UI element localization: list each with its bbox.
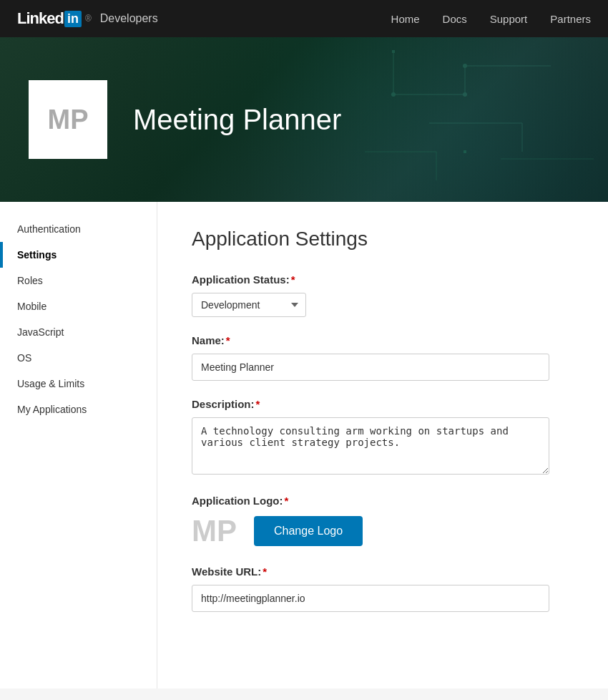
sidebar-item-os[interactable]: OS [0, 345, 157, 371]
hero-decoration [322, 37, 608, 202]
description-group: Description:* A technology consulting ar… [192, 398, 574, 477]
svg-point-8 [463, 64, 467, 68]
website-url-required-star: * [263, 565, 267, 578]
status-group: Application Status:* Development Live Ca… [192, 273, 574, 317]
linkedin-in-badge: in [64, 11, 82, 27]
logo-section: MP Change Logo [192, 514, 574, 548]
logo-group: Application Logo:* MP Change Logo [192, 495, 574, 548]
navbar: Linked in ® Developers Home Docs Support… [0, 0, 608, 37]
nav-support[interactable]: Support [490, 13, 528, 25]
sidebar-item-roles[interactable]: Roles [0, 268, 157, 293]
svg-rect-12 [392, 50, 395, 53]
sidebar-item-my-applications[interactable]: My Applications [0, 397, 157, 422]
logo-label: Application Logo:* [192, 495, 574, 507]
nav-partners[interactable]: Partners [550, 13, 591, 25]
linkedin-logo: Linked in ® [17, 9, 94, 28]
nav-home[interactable]: Home [391, 13, 420, 25]
sidebar-item-javascript[interactable]: JavaScript [0, 319, 157, 345]
linkedin-text-linked: Linked [17, 9, 64, 28]
name-input[interactable] [192, 354, 549, 381]
status-required-star: * [291, 273, 295, 286]
brand-developers: Developers [100, 12, 158, 25]
description-required-star: * [256, 398, 260, 410]
svg-point-7 [463, 92, 467, 97]
description-label: Description:* [192, 398, 574, 410]
website-url-input[interactable] [192, 585, 549, 612]
brand-dot: ® [85, 14, 92, 24]
name-group: Name:* [192, 334, 574, 381]
sidebar-item-usage-limits[interactable]: Usage & Limits [0, 371, 157, 397]
app-logo: MP [29, 80, 107, 159]
status-select[interactable]: Development Live Cancelled [192, 293, 306, 317]
sidebar-item-authentication[interactable]: Authentication [0, 216, 157, 242]
name-label: Name:* [192, 334, 574, 346]
logo-required-star: * [284, 495, 288, 507]
hero-app-title: Meeting Planner [133, 104, 341, 136]
change-logo-button[interactable]: Change Logo [254, 516, 363, 546]
status-label: Application Status:* [192, 273, 574, 286]
sidebar-item-mobile[interactable]: Mobile [0, 293, 157, 319]
name-required-star: * [226, 334, 230, 346]
description-textarea[interactable]: A technology consulting arm working on s… [192, 417, 549, 475]
sidebar: Authentication Settings Roles Mobile Jav… [0, 202, 157, 689]
svg-rect-13 [464, 150, 466, 153]
page-title: Application Settings [192, 228, 574, 251]
sidebar-item-settings[interactable]: Settings [0, 242, 157, 268]
brand: Linked in ® Developers [17, 9, 158, 28]
svg-point-6 [391, 92, 396, 97]
main-content: Application Settings Application Status:… [157, 202, 608, 689]
logo-initials: MP [192, 514, 237, 548]
hero-banner: MP Meeting Planner [0, 37, 608, 202]
nav-docs[interactable]: Docs [443, 13, 467, 25]
website-url-group: Website URL:* [192, 565, 574, 612]
website-url-label: Website URL:* [192, 565, 574, 578]
main-container: Authentication Settings Roles Mobile Jav… [0, 202, 608, 689]
nav-links: Home Docs Support Partners [391, 13, 591, 25]
